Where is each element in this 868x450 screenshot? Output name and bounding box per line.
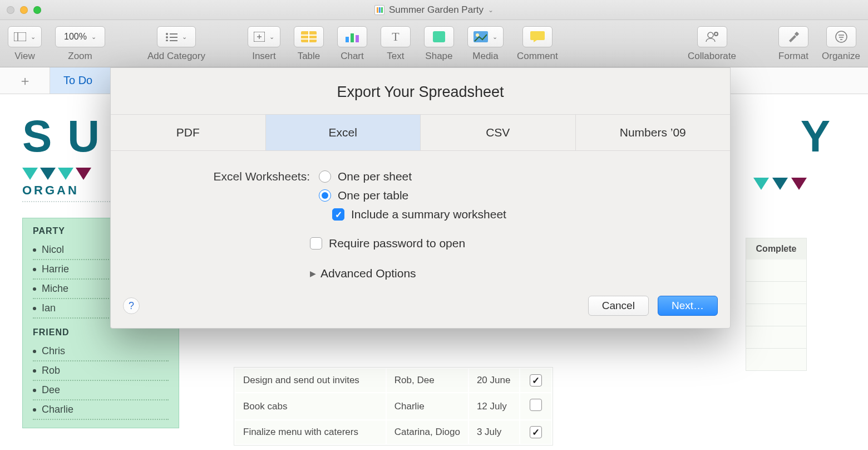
format-icon [787,31,800,42]
comment-icon [530,31,545,42]
chevron-down-icon: ⌄ [488,6,494,14]
task-who: Catarina, Diogo [387,420,468,444]
svg-rect-15 [346,37,349,42]
tab-label: Numbers ’09 [620,126,686,139]
shape-button[interactable] [424,26,454,47]
table-row: Finalize menu with caterersCatarina, Dio… [235,420,551,444]
media-label: Media [472,51,498,62]
decorative-triangles-right [753,178,807,190]
window-title[interactable]: Summer Garden Party ⌄ [374,4,494,16]
chart-button[interactable] [337,26,367,47]
insert-button[interactable]: ⌄ [248,26,280,47]
svg-point-20 [476,33,479,37]
disclosure-triangle-icon: ▶ [310,269,316,278]
button-label: Cancel [602,300,635,312]
list-item: Chris [33,342,169,361]
svg-point-23 [708,32,713,38]
tab-numbers09[interactable]: Numbers ’09 [576,115,731,150]
table-row: Book cabsCharlie12 July [235,393,551,419]
next-button[interactable]: Next… [658,296,718,316]
close-window-button[interactable] [7,6,14,14]
zoom-value: 100% [64,32,87,42]
task-name: Design and send out invites [235,369,386,392]
window-title-text: Summer Garden Party [389,4,484,16]
view-icon [14,32,26,41]
comment-button[interactable] [522,26,553,47]
organize-button[interactable] [826,26,856,47]
maximize-window-button[interactable] [33,6,41,14]
add-sheet-button[interactable]: ＋ [0,67,50,94]
insert-label: Insert [252,51,276,62]
task-who: Charlie [387,393,468,419]
checkbox[interactable] [530,374,542,387]
zoom-button[interactable]: 100% ⌄ [55,26,105,47]
dialog-body: Excel Worksheets: One per sheet One per … [111,151,730,290]
page-title-right: Y [801,111,846,162]
organize-icon [835,31,847,43]
organize-label: Organize [822,51,860,62]
tab-csv[interactable]: CSV [421,115,576,150]
checkbox[interactable] [530,399,542,411]
svg-rect-16 [351,33,354,42]
format-button[interactable] [778,26,808,47]
view-label: View [14,51,35,62]
toolbar: ⌄ View 100% ⌄ Zoom ⌄ Add Category ⌄ Inse… [0,20,868,67]
task-done-cell [520,369,551,392]
text-button[interactable]: T [381,26,411,47]
complete-cell [746,304,807,326]
advanced-options-toggle[interactable]: ▶ Advanced Options [310,267,703,280]
svg-marker-22 [534,40,537,42]
radio-label: One per table [338,189,408,202]
task-who: Rob, Dee [387,369,468,392]
task-done-cell [520,420,551,444]
svg-rect-21 [530,31,545,40]
complete-cell [746,260,807,282]
window-controls [7,6,41,14]
advanced-label: Advanced Options [320,267,416,280]
document-icon [374,5,384,15]
table-button[interactable] [294,26,324,47]
dialog-tabs: PDF Excel CSV Numbers ’09 [111,114,730,151]
radio-label: One per sheet [338,170,412,183]
add-category-label: Add Category [147,51,205,62]
dialog-title: Export Your Spreadsheet [111,68,730,114]
task-name: Finalize menu with caterers [235,420,386,444]
worksheets-label: Excel Worksheets: [199,170,310,183]
svg-rect-0 [14,32,26,41]
media-button[interactable]: ⌄ [467,26,504,47]
checkbox-include-summary[interactable] [332,208,344,221]
cancel-button[interactable]: Cancel [588,296,649,316]
text-label: Text [387,51,404,62]
complete-cell [746,326,807,349]
list-item: Dee [33,381,169,400]
svg-point-28 [836,31,847,42]
chevron-down-icon: ⌄ [31,33,36,41]
svg-rect-18 [433,31,445,42]
view-button[interactable]: ⌄ [8,26,42,47]
svg-rect-7 [170,40,177,41]
tab-label: CSV [486,126,510,139]
zoom-label: Zoom [68,51,92,62]
minimize-window-button[interactable] [20,6,28,14]
sheet-tab-label: To Do [63,74,92,87]
tab-label: Excel [329,126,357,139]
radio-one-per-table[interactable] [319,189,331,202]
checkbox[interactable] [530,426,542,438]
svg-point-4 [166,36,168,38]
checkbox-require-password[interactable] [310,237,322,250]
add-category-button[interactable]: ⌄ [157,26,196,47]
tab-pdf[interactable]: PDF [111,115,266,150]
chart-label: Chart [341,51,364,62]
shape-label: Shape [425,51,452,62]
tab-excel[interactable]: Excel [266,115,421,150]
tab-label: PDF [176,126,200,139]
media-icon [474,31,488,42]
chevron-down-icon: ⌄ [91,33,96,41]
help-button[interactable]: ? [123,297,140,314]
insert-icon [254,32,265,42]
radio-one-per-sheet[interactable] [319,170,331,183]
button-label: Next… [672,300,704,312]
chevron-down-icon: ⌄ [269,33,274,41]
complete-column: Complete [746,238,807,371]
collaborate-button[interactable] [697,26,727,47]
